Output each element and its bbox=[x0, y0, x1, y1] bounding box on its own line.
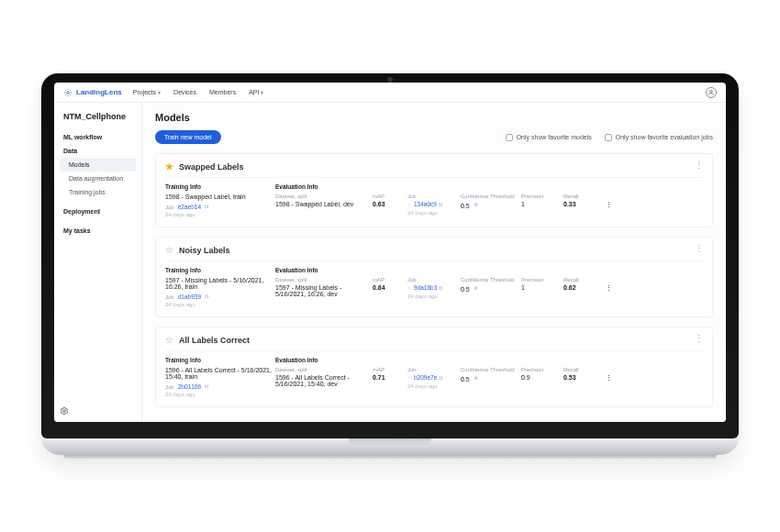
col-map: mAP bbox=[373, 277, 402, 283]
training-info-heading: Training Info bbox=[165, 357, 275, 363]
training-info-heading: Training Info bbox=[165, 267, 275, 273]
training-job-link[interactable]: e2aeb14 bbox=[178, 204, 201, 210]
nav-devices-label: Devices bbox=[173, 89, 196, 95]
card-menu-button[interactable]: ⋮ bbox=[695, 160, 705, 170]
favorite-icon[interactable]: ☆ bbox=[407, 285, 412, 291]
col-job: Job bbox=[407, 367, 455, 372]
sidebar-item-models[interactable]: Models bbox=[60, 158, 136, 172]
training-info: Training Info 1598 - Swapped Label, trai… bbox=[165, 183, 275, 217]
card-header: ☆ Noisy Labels bbox=[165, 245, 703, 261]
filter-favorite-evals[interactable]: Only show favorite evaluation jobs bbox=[605, 134, 713, 141]
eval-row-menu[interactable]: ⋮ bbox=[606, 201, 615, 208]
app-body: NTM_Cellphone ML workflow Data Models Da… bbox=[54, 103, 726, 422]
laptop-base bbox=[41, 438, 739, 455]
precision-value: 1 bbox=[521, 284, 558, 291]
chevron-down-icon: ▾ bbox=[261, 89, 263, 95]
toolbar: Train new model Only show favorite model… bbox=[155, 130, 713, 144]
model-card: ⋮ ★ Swapped Labels Training Info 1598 - … bbox=[155, 153, 713, 227]
col-job: Job bbox=[407, 277, 455, 283]
sidebar-item-training-jobs[interactable]: Training jobs bbox=[60, 185, 136, 199]
col-precision: Precision bbox=[521, 277, 558, 283]
settings-button[interactable] bbox=[60, 406, 69, 416]
evaluation-info: Evaluation Info Dataset, split mAP Job C… bbox=[275, 357, 703, 397]
copy-icon[interactable]: ⧉ bbox=[205, 383, 208, 390]
recall-value: 0.62 bbox=[563, 284, 600, 291]
evaluation-info-heading: Evaluation Info bbox=[275, 183, 703, 190]
sidebar-heading-mytasks[interactable]: My tasks bbox=[60, 224, 136, 238]
svg-point-0 bbox=[67, 91, 70, 94]
eval-job-age: 24 days ago bbox=[407, 210, 455, 216]
training-info-heading: Training Info bbox=[165, 183, 275, 190]
copy-icon[interactable]: ⧉ bbox=[205, 294, 208, 300]
sidebar-item-data-aug[interactable]: Data augmentation bbox=[60, 172, 136, 185]
eval-job-link[interactable]: 9da18b3 bbox=[414, 284, 437, 291]
favorite-icon[interactable]: ☆ bbox=[407, 202, 412, 207]
copy-icon[interactable]: ⧉ bbox=[439, 285, 442, 291]
training-job-link[interactable]: 2b01106 bbox=[178, 383, 201, 390]
card-menu-button[interactable]: ⋮ bbox=[695, 333, 705, 343]
copy-icon[interactable]: ⧉ bbox=[439, 202, 442, 207]
topbar: LandingLens Projects ▾ Devices Members A… bbox=[54, 83, 726, 103]
nav-projects[interactable]: Projects ▾ bbox=[133, 89, 161, 95]
favorite-star-icon[interactable]: ★ bbox=[165, 161, 173, 172]
eval-map: 0.71 bbox=[373, 374, 402, 381]
copy-icon[interactable]: ⧉ bbox=[439, 375, 442, 381]
model-card: ⋮ ☆ Noisy Labels Training Info 1597 - Mi… bbox=[155, 237, 713, 317]
conf-threshold[interactable]: 0.5 〃 bbox=[461, 374, 516, 383]
card-menu-button[interactable]: ⋮ bbox=[695, 243, 705, 253]
model-card-list: ⋮ ★ Swapped Labels Training Info 1598 - … bbox=[155, 153, 713, 407]
col-precision: Precision bbox=[521, 194, 558, 199]
col-dataset: Dataset, split bbox=[275, 367, 367, 372]
training-age: 24 days ago bbox=[165, 212, 275, 217]
page-title: Models bbox=[155, 112, 713, 123]
col-dataset: Dataset, split bbox=[275, 277, 367, 283]
nav-members-label: Members bbox=[209, 89, 236, 95]
model-name: Swapped Labels bbox=[179, 162, 244, 172]
col-dataset: Dataset, split bbox=[275, 194, 367, 199]
training-job-link[interactable]: d1ab939 bbox=[178, 294, 201, 300]
train-new-model-button[interactable]: Train new model bbox=[155, 130, 221, 144]
col-map: mAP bbox=[373, 194, 402, 199]
training-info: Training Info 1597 - Missing Labels - 5/… bbox=[165, 267, 275, 307]
conf-threshold[interactable]: 0.5 〃 bbox=[461, 201, 516, 210]
job-prefix: Job bbox=[165, 205, 174, 210]
nav-members[interactable]: Members bbox=[209, 89, 236, 95]
eval-job-link[interactable]: 134a0c9 bbox=[414, 201, 437, 207]
training-dataset: 1598 - Swapped Label, train bbox=[165, 194, 275, 200]
brand-icon bbox=[63, 88, 72, 97]
job-prefix: Job bbox=[165, 294, 174, 300]
job-prefix: Job bbox=[165, 384, 174, 390]
copy-icon[interactable]: ⧉ bbox=[205, 204, 208, 210]
sidebar-heading-data[interactable]: Data bbox=[60, 144, 136, 158]
gear-icon bbox=[60, 406, 69, 416]
eval-dataset: 1596 - All Labels Correct - 5/16/2021, 1… bbox=[275, 374, 367, 387]
eval-job-link[interactable]: b209e7e bbox=[414, 374, 437, 381]
favorite-icon[interactable]: ☆ bbox=[407, 375, 412, 381]
favorite-star-icon[interactable]: ☆ bbox=[165, 245, 173, 255]
evaluation-info-heading: Evaluation Info bbox=[275, 357, 703, 363]
trend-icon: 〃 bbox=[473, 374, 479, 383]
nav-api[interactable]: API ▾ bbox=[249, 89, 263, 95]
eval-map: 0.84 bbox=[373, 284, 402, 291]
laptop-frame: LandingLens Projects ▾ Devices Members A… bbox=[41, 73, 739, 459]
eval-row-menu[interactable]: ⋮ bbox=[606, 284, 615, 292]
eval-job-age: 24 days ago bbox=[407, 294, 455, 299]
user-avatar[interactable] bbox=[706, 87, 717, 98]
conf-threshold[interactable]: 0.5 〃 bbox=[461, 284, 516, 294]
favorite-star-icon[interactable]: ☆ bbox=[165, 335, 173, 345]
eval-map: 0.63 bbox=[373, 201, 402, 207]
brand[interactable]: LandingLens bbox=[63, 88, 122, 97]
training-info: Training Info 1596 - All Labels Correct … bbox=[165, 357, 275, 397]
app-screen: LandingLens Projects ▾ Devices Members A… bbox=[54, 83, 726, 422]
filters: Only show favorite models Only show favo… bbox=[506, 134, 713, 141]
screen-bezel: LandingLens Projects ▾ Devices Members A… bbox=[41, 73, 739, 438]
eval-row-menu[interactable]: ⋮ bbox=[606, 374, 615, 382]
evaluation-info-heading: Evaluation Info bbox=[275, 267, 703, 273]
trackpad-notch bbox=[349, 438, 431, 445]
col-recall: Recall bbox=[563, 194, 600, 199]
nav-devices[interactable]: Devices bbox=[173, 89, 196, 95]
training-age: 24 days ago bbox=[165, 302, 275, 307]
sidebar-heading-deployment[interactable]: Deployment bbox=[60, 205, 136, 218]
svg-point-2 bbox=[63, 410, 66, 413]
filter-favorite-models[interactable]: Only show favorite models bbox=[506, 134, 592, 141]
